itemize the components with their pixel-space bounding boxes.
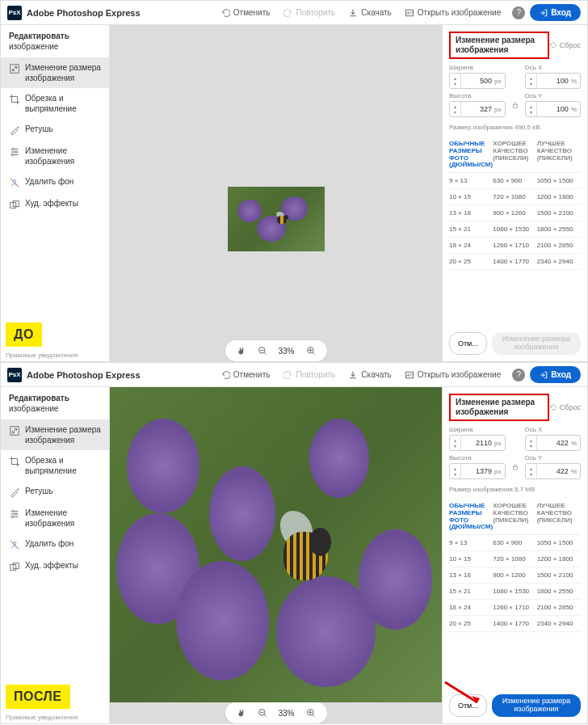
table-row[interactable]: 9 × 13630 × 9001050 × 1500 bbox=[449, 535, 581, 551]
lock-icon[interactable] bbox=[511, 101, 519, 109]
sidebar-item-crop[interactable]: Обрезка и выпрямление bbox=[1, 450, 109, 481]
table-row[interactable]: 18 × 241260 × 17102100 × 2850 bbox=[449, 238, 581, 254]
table-row[interactable]: 18 × 241260 × 17102100 × 2850 bbox=[449, 600, 581, 616]
resize-icon bbox=[9, 425, 20, 436]
sidebar-item-resize[interactable]: Изменение размера изображения bbox=[1, 419, 109, 450]
sidebar-subtitle: изображение bbox=[1, 42, 109, 57]
stepper-icon[interactable]: ▴▾ bbox=[526, 464, 537, 478]
undo-button[interactable]: Отменить bbox=[214, 5, 277, 21]
open-image-button[interactable]: Открыть изображение bbox=[398, 5, 507, 21]
axisy-input[interactable]: ▴▾422% bbox=[525, 463, 582, 479]
download-button[interactable]: Скачать bbox=[342, 367, 398, 383]
stepper-icon[interactable]: ▴▾ bbox=[450, 74, 461, 88]
svg-rect-0 bbox=[405, 10, 413, 16]
help-icon[interactable]: ? bbox=[512, 6, 525, 19]
svg-point-16 bbox=[15, 513, 17, 516]
sidebar-title: Редактировать bbox=[1, 32, 109, 42]
canvas: 33% bbox=[110, 387, 442, 723]
download-button[interactable]: Скачать bbox=[342, 5, 398, 21]
stepper-icon[interactable]: ▴▾ bbox=[526, 102, 537, 116]
legal-link[interactable]: Правовые уведомления bbox=[6, 714, 78, 721]
help-icon[interactable]: ? bbox=[512, 369, 525, 381]
svg-point-15 bbox=[12, 510, 15, 512]
legal-link[interactable]: Правовые уведомления bbox=[6, 352, 78, 359]
sidebar-item-retouch[interactable]: Ретушь bbox=[1, 119, 109, 141]
app-logo: PsX bbox=[7, 368, 22, 382]
crop-icon bbox=[9, 456, 20, 467]
height-label: Высота bbox=[449, 454, 506, 462]
table-row[interactable]: 13 × 18900 × 12601500 × 2100 bbox=[449, 567, 581, 584]
app-logo: PsX bbox=[7, 6, 22, 20]
width-label: Ширина bbox=[449, 64, 506, 71]
redo-button[interactable]: Повторить bbox=[277, 5, 342, 21]
resize-icon bbox=[9, 63, 20, 74]
zoom-in-icon[interactable] bbox=[306, 346, 316, 356]
lock-icon[interactable] bbox=[511, 463, 519, 471]
open-image-button[interactable]: Открыть изображение bbox=[398, 367, 507, 383]
sidebar-item-adjust[interactable]: Изменение изображения bbox=[1, 141, 109, 171]
table-row[interactable]: 15 × 211080 × 15301800 × 2550 bbox=[449, 584, 581, 600]
sidebar-item-resize[interactable]: Изменение размера изображения bbox=[1, 57, 109, 88]
hand-icon[interactable] bbox=[236, 708, 246, 718]
size-table: ОБЫЧНЫЕ РАЗМЕРЫ ФОТО(ДЮЙМЫ/СМ)ХОРОШЕЕ КА… bbox=[449, 137, 581, 270]
login-button[interactable]: Вход bbox=[530, 366, 581, 383]
hand-icon[interactable] bbox=[236, 346, 246, 356]
removebg-icon bbox=[9, 539, 20, 550]
sidebar-item-removebg[interactable]: Удалить фон bbox=[1, 171, 109, 193]
reset-button[interactable]: Сброс bbox=[549, 41, 581, 49]
login-button[interactable]: Вход bbox=[530, 4, 581, 21]
axisx-input[interactable]: ▴▾422% bbox=[525, 435, 582, 451]
zoom-bar: 33% bbox=[225, 340, 326, 361]
height-label: Высота bbox=[449, 92, 506, 99]
login-icon bbox=[540, 371, 548, 379]
zoom-out-icon[interactable] bbox=[257, 708, 267, 718]
app-after: PsX Adobe Photoshop Express Отменить Пов… bbox=[0, 362, 588, 724]
svg-point-4 bbox=[15, 151, 17, 154]
stepper-icon[interactable]: ▴▾ bbox=[450, 436, 461, 450]
width-input[interactable]: ▴▾500px bbox=[449, 73, 506, 89]
stepper-icon[interactable]: ▴▾ bbox=[526, 74, 537, 88]
sidebar-item-crop[interactable]: Обрезка и выпрямление bbox=[1, 88, 109, 119]
sidebar-item-retouch[interactable]: Ретушь bbox=[1, 481, 109, 503]
height-input[interactable]: ▴▾327px bbox=[449, 101, 506, 117]
stepper-icon[interactable]: ▴▾ bbox=[450, 102, 461, 116]
table-row[interactable]: 15 × 211080 × 15301800 × 2550 bbox=[449, 221, 581, 238]
stepper-icon[interactable]: ▴▾ bbox=[450, 464, 461, 478]
redo-button[interactable]: Повторить bbox=[277, 367, 342, 383]
table-row[interactable]: 9 × 13630 × 9001050 × 1500 bbox=[449, 173, 581, 189]
canvas: 33% bbox=[110, 25, 442, 361]
cancel-button[interactable]: Отм... bbox=[449, 694, 487, 717]
undo-icon bbox=[220, 370, 230, 380]
canvas-image[interactable] bbox=[110, 387, 442, 702]
apply-button[interactable]: Изменение размера изображения bbox=[492, 332, 581, 355]
axisx-input[interactable]: ▴▾100% bbox=[525, 73, 582, 89]
sidebar-item-effects[interactable]: Худ. эффекты bbox=[1, 193, 109, 215]
login-icon bbox=[540, 9, 548, 17]
table-row[interactable]: 13 × 18900 × 12601500 × 2100 bbox=[449, 205, 581, 221]
width-input[interactable]: ▴▾2110px bbox=[449, 435, 506, 451]
canvas-image[interactable] bbox=[228, 187, 325, 251]
height-input[interactable]: ▴▾1379px bbox=[449, 463, 506, 479]
panel-title: Изменение размера изображения bbox=[449, 32, 549, 59]
cancel-button[interactable]: Отм... bbox=[449, 332, 487, 355]
table-row[interactable]: 20 × 251400 × 17702340 × 2940 bbox=[449, 616, 581, 632]
adjust-icon bbox=[9, 146, 20, 158]
zoom-out-icon[interactable] bbox=[257, 346, 267, 356]
undo-button[interactable]: Отменить bbox=[214, 367, 277, 383]
table-row[interactable]: 10 × 15720 × 10801200 × 1800 bbox=[449, 551, 581, 567]
zoom-value: 33% bbox=[278, 709, 294, 718]
removebg-icon bbox=[9, 177, 20, 188]
stepper-icon[interactable]: ▴▾ bbox=[526, 436, 537, 450]
axisy-input[interactable]: ▴▾100% bbox=[525, 101, 582, 117]
reset-button[interactable]: Сброс bbox=[549, 403, 581, 411]
zoom-in-icon[interactable] bbox=[306, 708, 316, 718]
sidebar-item-removebg[interactable]: Удалить фон bbox=[1, 533, 109, 555]
table-row[interactable]: 10 × 15720 × 10801200 × 1800 bbox=[449, 189, 581, 205]
apply-button[interactable]: Изменение размера изображения bbox=[492, 694, 581, 717]
sidebar-item-adjust[interactable]: Изменение изображения bbox=[1, 503, 109, 533]
panel-title: Изменение размера изображения bbox=[449, 394, 549, 421]
app-title: Adobe Photoshop Express bbox=[27, 8, 141, 18]
adjust-icon bbox=[9, 508, 20, 520]
sidebar-item-effects[interactable]: Худ. эффекты bbox=[1, 555, 109, 577]
table-row[interactable]: 20 × 251400 × 17702340 × 2940 bbox=[449, 254, 581, 270]
